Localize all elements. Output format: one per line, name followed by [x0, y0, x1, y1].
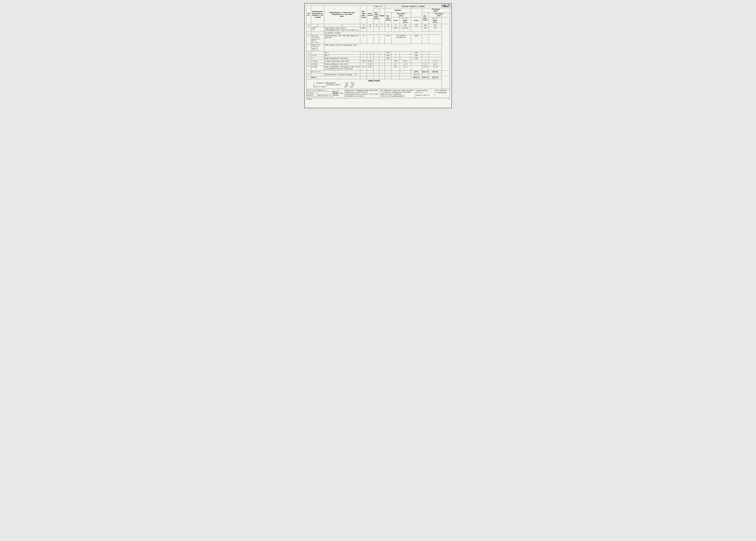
- row3-obor: 665: [385, 51, 391, 54]
- row1-ref: 8-886K=2: [311, 27, 324, 32]
- itogo-obor2: 3678: [411, 70, 422, 73]
- header-col-desc: Наименование и характеристикаоборудовани…: [324, 5, 360, 24]
- row5-ref: -"-: [311, 57, 324, 60]
- header-col-ref: Наименованиепрейскуранта,ценника и №№поз…: [311, 5, 324, 24]
- row7-wu: -: [374, 63, 379, 66]
- vsego-label: Всего:: [311, 76, 360, 79]
- row4-obor: 690: [385, 54, 391, 57]
- table-row-extra: В комплект входят:: [306, 32, 450, 34]
- itogo-label: И т о г о:: [311, 70, 360, 73]
- table-row: 9 - Транспортные и прочие расходы - 7% -…: [306, 73, 450, 76]
- row7-mont-all: 9,8: [391, 63, 400, 66]
- row7-obor2: -: [411, 63, 422, 66]
- row4-qty: I: [367, 54, 374, 57]
- logo-box: Со: [333, 91, 338, 96]
- row4-mont-zp: [400, 54, 411, 57]
- row8-wt: -: [379, 66, 385, 71]
- vsego-num: [306, 76, 311, 79]
- vsego-qty: [367, 76, 374, 79]
- header-obor-total: Обо-рудо-вание: [422, 13, 428, 24]
- row8-qty: 0,02: [367, 66, 374, 71]
- ktp-desc-section: КТП мощностью 2х400 ква отдельностоящая …: [380, 89, 415, 98]
- row3-qty: I: [367, 51, 374, 54]
- header-edinitsy: Единицы: [385, 8, 411, 13]
- row9-obor2: 257,II: [411, 73, 422, 76]
- row5-mont-zp2: -: [428, 57, 442, 60]
- row9-unit: -: [360, 73, 367, 76]
- row7-obor: -: [385, 63, 391, 66]
- row9-qty: [367, 73, 374, 76]
- header-mont-all2: всего: [411, 17, 422, 24]
- svod-content: СВОДКА ИТОГОВ I. Стоимость оборудования …: [306, 79, 442, 89]
- row4-mont-all2: -: [422, 54, 428, 57]
- header-w-total: Общий: [379, 8, 385, 24]
- row8-unit: I00 м: [360, 66, 367, 71]
- page-corner: Стр. I5: [441, 4, 451, 7]
- row1-wu: -: [374, 27, 379, 32]
- colnum-9: 9: [391, 24, 400, 27]
- year-section: I965: [339, 89, 345, 98]
- row3-mont-all: -": [391, 51, 400, 54]
- row2-mont: В стоимостьмонтажа КТП: [391, 34, 411, 44]
- extra-num: [306, 32, 311, 34]
- vsego-ma: [391, 76, 400, 79]
- row1-num: I: [306, 27, 311, 32]
- row6-qty: 0,05: [367, 60, 374, 63]
- row5-obor: 634: [385, 57, 391, 60]
- svod-line1: I. Стоимость оборудования руб. 3930: [314, 82, 441, 84]
- page: Стр. I5 №№ п.п. Наименованиепрейскуранта…: [304, 3, 452, 108]
- row6-ref: 8-I826: [311, 60, 324, 63]
- table-row: 8 8-4646 Шины заземления сечением до 100…: [306, 66, 450, 71]
- row7-num: 7: [306, 63, 311, 66]
- row3-ref: [311, 51, 324, 54]
- change-section: без изменений с изменениями: [435, 89, 450, 98]
- row3-obor2: 665: [411, 51, 422, 54]
- stamp-label-2: Руководит.: [307, 92, 317, 94]
- row1-obor: -: [385, 27, 391, 32]
- project-num: 407-8-I8: [416, 92, 434, 94]
- vsego-unit: [360, 76, 367, 79]
- vsego-obor2: 8930,II: [411, 76, 422, 79]
- row8-ref: 8-4646: [311, 66, 324, 71]
- row2-wu: -: [374, 34, 379, 44]
- colnum-1: I: [306, 24, 311, 27]
- table-row: 7 8-I88I Полка кабельная типа КI6I " 0,I…: [306, 63, 450, 66]
- vsego-obor: [385, 76, 391, 79]
- header-obor-unit: Обо-рудо-вания: [385, 13, 391, 24]
- row6-wu: -: [374, 60, 379, 63]
- table-row: 4 То же КБ-8 " I - - 690 -" 690 - -: [306, 54, 450, 57]
- itogo-ma: [391, 70, 400, 73]
- row3-wu: -: [374, 51, 379, 54]
- page-numbering: 4475-0 77: [306, 99, 450, 100]
- svod-row: СВОДКА ИТОГОВ I. Стоимость оборудования …: [306, 79, 450, 89]
- row5-wt: -: [379, 57, 385, 60]
- row7-qty: 0,I5: [367, 63, 374, 66]
- row2-mont-all2: -: [422, 34, 428, 44]
- extra-ref: [311, 32, 324, 34]
- row2-qty: 2: [367, 34, 374, 44]
- row6-mont-zp2: I,78: [428, 60, 442, 63]
- row2-obor2: I684: [411, 34, 422, 44]
- row7-mont-zp: 0,78: [400, 63, 411, 66]
- vsego-row: Всего: 8930,II 5I8,79 266,08: [306, 76, 450, 79]
- extra-text: В комплект входят:: [324, 32, 442, 34]
- row1-desc: Подстанция комплектная трансформаторная …: [324, 27, 360, 32]
- row8-obor2: -: [411, 66, 422, 71]
- header-obor2-placeholder: [411, 8, 422, 17]
- row1-wt: -: [379, 27, 385, 32]
- row2-num: 2: [306, 34, 311, 44]
- svod-title: СВОДКА ИТОГОВ: [307, 80, 441, 82]
- row8-num: 8: [306, 66, 311, 71]
- header-col-num: №№ п.п.: [306, 5, 311, 24]
- row8-mont-all2: 28,82: [422, 66, 428, 71]
- row6-desc: Стойка кабельная типа КI50: [324, 60, 360, 63]
- table-row: 6 8-I826 Стойка кабельная типа КI50 I00ш…: [306, 60, 450, 63]
- table-row: 5 -"- Шкаф секционный типа КБ-4 " I - - …: [306, 57, 450, 60]
- itogo-unit: [360, 70, 367, 73]
- itogo-row: И т о г о: 3678 5I8,79 266,08: [306, 70, 450, 73]
- row5-desc: Шкаф секционный типа КБ-4: [324, 57, 360, 60]
- row9-ref: -: [311, 73, 324, 76]
- header-ves: Вес в кг.: [374, 5, 385, 8]
- colnum-13: I3: [428, 24, 442, 27]
- row8-desc: Шины заземления сечением до 100 кв.мм в …: [324, 66, 360, 71]
